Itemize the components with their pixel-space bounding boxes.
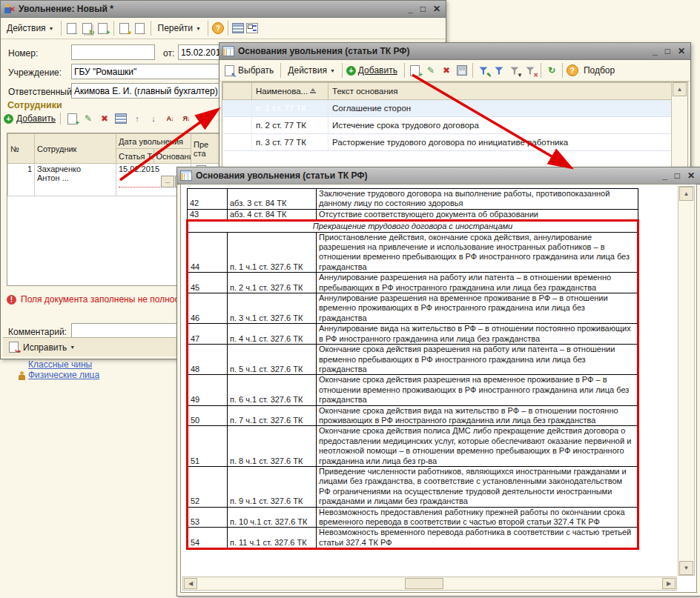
move-down-icon[interactable]: ↓ xyxy=(147,113,160,125)
list-settings-icon[interactable] xyxy=(232,23,244,33)
employees-section-title: Сотрудники xyxy=(7,100,62,110)
pick-button[interactable]: Подбор xyxy=(581,64,618,77)
add-button[interactable]: Добавить xyxy=(358,64,400,77)
table-row[interactable]: 44 п. 1 ч.1 ст. 327.6 ТК Приостановление… xyxy=(188,232,638,273)
minimize-icon[interactable]: _ xyxy=(662,170,667,181)
scrollbar-thumb[interactable] xyxy=(405,578,443,589)
copy-row-icon[interactable]: + xyxy=(65,113,79,125)
list-row[interactable]: п. 3 ст. 77 ТК Расторжение трудового дог… xyxy=(223,134,672,151)
write-document-icon[interactable]: ← xyxy=(65,22,79,35)
clear-filter-icon[interactable]: ✕ xyxy=(524,64,537,77)
dropdown-icon: ▼ xyxy=(196,26,201,31)
actions-menu-button[interactable]: Действия▼ xyxy=(4,21,57,35)
filter-icon[interactable] xyxy=(492,64,506,77)
col-article[interactable]: Статья Т... xyxy=(116,149,154,164)
add-icon[interactable]: + xyxy=(4,114,13,124)
post-document-icon[interactable]: ● xyxy=(118,22,131,35)
table-row[interactable]: 47 п. 4 ч.1 ст. 327.6 ТК Аннулирование в… xyxy=(188,324,638,345)
col-dismissal-date[interactable]: Дата увольнения xyxy=(116,134,191,149)
help-icon[interactable]: ? xyxy=(212,22,224,34)
dropdown-icon: ▼ xyxy=(70,345,75,350)
col-basis[interactable]: Основание xyxy=(153,149,191,164)
col-name[interactable]: Наименова... xyxy=(252,83,328,100)
goto-menu-button[interactable]: Перейти▼ xyxy=(155,21,205,35)
table-row[interactable]: 52 п. 9 ч.1 ст. 327.6 ТК Приведение числ… xyxy=(188,466,638,507)
grounds-list-toolbar: ↖ Выбрать Действия▼ + Добавить + ✎ ✖ ✎ ▼… xyxy=(219,60,690,82)
warning-text: Поля документа заполнены не полность xyxy=(21,294,188,305)
list-row[interactable]: п. 2 ст. 77 ТК Истечение срока трудового… xyxy=(223,117,672,134)
choose-button[interactable]: ... xyxy=(161,176,174,187)
link-class-ranks[interactable]: Классные чины xyxy=(28,359,92,370)
table-row[interactable]: 53 п. 10 ч.1 ст. 327.6 ТК Невозможность … xyxy=(188,507,638,528)
edit-item-icon[interactable]: ✎ xyxy=(424,64,438,77)
refresh-icon[interactable]: ↻ xyxy=(545,64,558,77)
sort-asc-icon[interactable]: А↓ xyxy=(163,113,176,125)
col-extra[interactable]: Преста xyxy=(191,134,219,164)
delete-row-icon[interactable]: ✖ xyxy=(98,113,111,125)
save-icon[interactable] xyxy=(455,64,469,77)
scroll-up-button[interactable]: ▲ xyxy=(673,82,687,96)
table-row[interactable]: 48 п. 5 ч.1 ст. 327.6 ТК Окончание срока… xyxy=(188,345,638,375)
dropdown-icon: ▼ xyxy=(49,26,54,31)
scroll-right-button[interactable]: ▶ xyxy=(662,578,676,589)
grounds-full-titlebar[interactable]: Основания увольнения (статьи ТК РФ) _ □ … xyxy=(177,167,700,185)
table-row[interactable]: 49 п. 6 ч.1 ст. 327.6 ТК Окончание срока… xyxy=(188,375,638,405)
article-input[interactable] xyxy=(119,179,160,187)
table-row[interactable]: 54 п. 11 ч.1 ст. 327.6 ТК Невозможность … xyxy=(188,528,638,549)
scroll-down-button[interactable]: ▼ xyxy=(679,561,693,575)
minimize-icon[interactable]: _ xyxy=(653,46,658,56)
table-row[interactable]: 46 п. 3 ч.1 ст. 327.6 ТК Аннулирование р… xyxy=(188,293,638,324)
edit-row-icon[interactable]: ✎ xyxy=(82,113,95,125)
add-row-button[interactable]: Добавить xyxy=(16,113,56,124)
close-icon[interactable]: ✕ xyxy=(433,4,440,14)
vertical-scrollbar[interactable]: ▲ ▼ xyxy=(678,186,695,576)
delete-item-icon[interactable]: ✖ xyxy=(440,64,453,77)
sort-desc-icon[interactable]: Я↓ xyxy=(179,113,193,125)
table-row[interactable]: 45 п. 2 ч.1 ст. 327.6 ТК Аннулирование р… xyxy=(188,273,638,293)
fix-icon: ↪ xyxy=(7,341,20,353)
col-text[interactable]: Текст основания xyxy=(328,83,672,100)
list-row[interactable]: п. 1 ст. 77 ТК Соглашение сторон xyxy=(223,100,672,117)
responsible-field[interactable] xyxy=(71,83,222,99)
scroll-left-button[interactable]: ◀ xyxy=(184,578,197,589)
reread-document-icon[interactable]: ↻ xyxy=(81,22,94,35)
window-title: Увольнение: Новый * xyxy=(19,4,404,14)
horizontal-scrollbar[interactable]: ◀ ▶ xyxy=(182,577,677,591)
add-icon[interactable]: + xyxy=(346,66,356,76)
link-individuals[interactable]: Физические лица xyxy=(28,370,99,380)
comment-label: Комментарий: xyxy=(8,327,67,337)
unpost-document-icon[interactable]: ← xyxy=(133,22,147,35)
end-edit-icon[interactable] xyxy=(114,113,128,125)
col-employee[interactable]: Сотрудник xyxy=(35,134,116,164)
scroll-up-button[interactable]: ▲ xyxy=(679,187,693,201)
copy-item-icon[interactable]: + xyxy=(409,64,422,77)
table-row[interactable]: 42 абз. 3 ст. 84 ТК Заключение трудового… xyxy=(188,189,638,210)
actions-menu-button[interactable]: Действия▼ xyxy=(285,64,338,77)
col-num[interactable]: № xyxy=(8,134,35,164)
institution-field[interactable] xyxy=(71,64,222,79)
filter-by-value-icon[interactable]: ▼ xyxy=(508,64,521,77)
list-window-icon xyxy=(222,46,234,56)
table-row[interactable]: 51 п. 8 ч.1 ст. 327.6 ТК Окончание срока… xyxy=(188,426,638,467)
grounds-list-titlebar[interactable]: Основания увольнения (статьи ТК РФ) _ □ … xyxy=(219,43,690,60)
fix-button[interactable]: Исправить▼ xyxy=(23,342,75,353)
checklist-settings-icon[interactable] xyxy=(246,23,258,33)
copy-document-icon[interactable]: + xyxy=(96,22,110,35)
select-button[interactable]: Выбрать xyxy=(238,64,277,77)
col-marker[interactable] xyxy=(223,83,252,100)
maximize-icon[interactable]: □ xyxy=(675,170,680,181)
help-icon[interactable]: ? xyxy=(567,64,578,76)
table-row[interactable]: 50 п. 7 ч.1 ст. 327.6 ТК Окончание срока… xyxy=(188,405,638,426)
dismissal-titlebar[interactable]: ✕ Увольнение: Новый * _ □ ✕ xyxy=(1,1,446,18)
close-icon[interactable]: ✕ xyxy=(687,170,695,181)
number-field[interactable] xyxy=(71,44,155,60)
maximize-icon[interactable]: □ xyxy=(420,4,426,14)
minimize-icon[interactable]: _ xyxy=(408,4,413,14)
section-header-row[interactable]: Прекращение трудового договора с иностра… xyxy=(188,221,638,232)
maximize-icon[interactable]: □ xyxy=(665,46,670,56)
move-up-icon[interactable]: ↑ xyxy=(131,113,144,125)
filter-settings-icon[interactable]: ✎ xyxy=(477,64,490,77)
close-icon[interactable]: ✕ xyxy=(678,46,685,56)
table-row[interactable]: 43 абз. 4 ст. 84 ТК Отсутствие соответст… xyxy=(188,209,638,220)
desktop: Классные чины Физические лица ✕ Увольнен… xyxy=(0,0,700,598)
